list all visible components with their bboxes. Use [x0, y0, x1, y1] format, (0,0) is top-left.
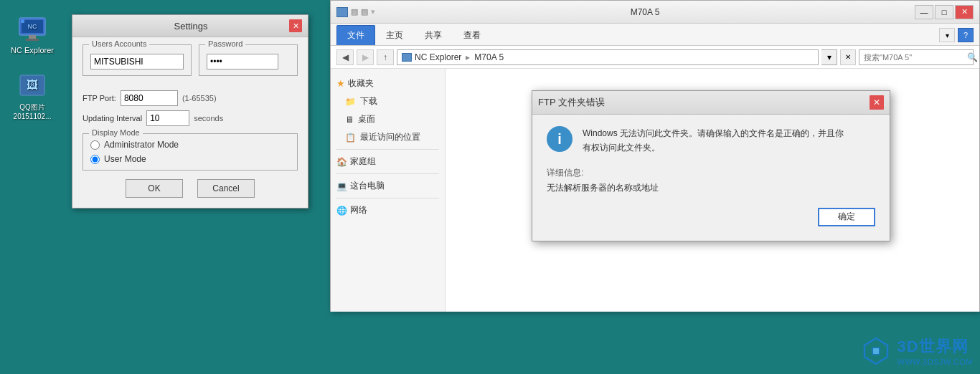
- quick-access-2[interactable]: ▤: [361, 7, 368, 16]
- settings-title: Settings: [93, 21, 289, 32]
- search-box[interactable]: 🔍: [859, 49, 974, 65]
- sidebar-item-desktop[interactable]: 🖥 桌面: [331, 110, 445, 128]
- sidebar-divider-1: [336, 149, 439, 150]
- maximize-button[interactable]: □: [935, 5, 953, 19]
- ftp-message-text: Windows 无法访问此文件夹。请确保输入的文件名是正确的，并且你 有权访问此…: [583, 126, 844, 155]
- ftp-error-buttons: 确定: [547, 208, 875, 226]
- network-label: 网络: [350, 204, 367, 216]
- this-pc-section[interactable]: 💻 这台电脑: [331, 177, 445, 195]
- help-button[interactable]: ?: [958, 28, 974, 42]
- minimize-button[interactable]: —: [915, 5, 933, 19]
- address-bar: ◀ ▶ ↑ NC Explorer ▸ M70A 5 ▾ ✕ 🔍: [331, 46, 979, 69]
- ok-button[interactable]: OK: [126, 179, 183, 198]
- up-button[interactable]: ↑: [377, 49, 394, 65]
- info-icon: i: [547, 126, 573, 152]
- tab-home[interactable]: 主页: [375, 25, 414, 45]
- ftp-ok-button[interactable]: 确定: [818, 208, 875, 226]
- current-folder-path: M70A 5: [474, 52, 504, 62]
- desktop-icon-qq[interactable]: 🖼 QQ图片 20151102...: [7, 72, 57, 121]
- sidebar-item-recent[interactable]: 📋 最近访问的位置: [331, 128, 445, 146]
- display-mode-legend: Display Mode: [89, 128, 143, 137]
- cancel-button[interactable]: Cancel: [197, 179, 255, 198]
- sidebar-item-downloads[interactable]: 📁 下载: [331, 92, 445, 110]
- username-input[interactable]: [90, 54, 184, 69]
- homegroup-section[interactable]: 🏠 家庭组: [331, 153, 445, 171]
- recent-icon: 📋: [345, 133, 356, 143]
- watermark-url: WWW.3DSJW.COM: [897, 358, 974, 366]
- ftp-message-line1: Windows 无法访问此文件夹。请确保输入的文件名是正确的，并且你: [583, 128, 844, 138]
- updating-interval-row: Updating Interval seconds: [83, 110, 298, 126]
- ribbon-tabs: 文件 主页 共享 查看 ▾ ?: [331, 24, 979, 45]
- address-dropdown-button[interactable]: ▾: [821, 49, 837, 65]
- back-button[interactable]: ◀: [336, 49, 354, 65]
- settings-buttons: OK Cancel: [83, 179, 298, 198]
- svg-text:🖼: 🖼: [27, 79, 38, 91]
- this-pc-label: 这台电脑: [350, 180, 385, 192]
- tab-file[interactable]: 文件: [336, 25, 375, 45]
- address-path-bar[interactable]: NC Explorer ▸ M70A 5: [397, 49, 819, 65]
- display-mode-group: Display Mode Administrator Mode User Mod…: [83, 133, 298, 171]
- ftp-detail: 详细信息: 无法解析服务器的名称或地址: [547, 166, 875, 196]
- titlebar-controls: — □ ✕: [915, 5, 974, 19]
- ftp-message-row: i Windows 无法访问此文件夹。请确保输入的文件名是正确的，并且你 有权访…: [547, 126, 875, 155]
- path-separator-1: ▸: [466, 52, 470, 62]
- ribbon: 文件 主页 共享 查看 ▾ ?: [331, 24, 979, 46]
- address-icon: [402, 53, 412, 62]
- admin-mode-radio[interactable]: [90, 140, 100, 150]
- ribbon-collapse-button[interactable]: ▾: [939, 28, 955, 42]
- explorer-titlebar: ▤ ▤ ▾ M70A 5 — □ ✕: [331, 1, 979, 24]
- settings-window: Settings ✕ Users Accounts Password FTP P…: [72, 14, 308, 208]
- explorer-close-button[interactable]: ✕: [955, 5, 974, 19]
- user-mode-label[interactable]: User Mode: [104, 154, 146, 164]
- svg-text:NC: NC: [28, 23, 37, 30]
- ftp-port-label: FTP Port:: [83, 94, 116, 102]
- tab-share[interactable]: 共享: [414, 25, 453, 45]
- ftp-message-line2: 有权访问此文件夹。: [583, 143, 660, 153]
- ftp-port-input[interactable]: [121, 90, 178, 106]
- star-icon: ★: [336, 78, 345, 89]
- svg-rect-10: [873, 348, 879, 354]
- updating-interval-input[interactable]: [146, 110, 189, 126]
- watermark-text: 3D世界网 WWW.3DSJW.COM: [897, 336, 974, 366]
- settings-close-button[interactable]: ✕: [289, 19, 302, 32]
- svg-rect-2: [21, 19, 24, 23]
- ftp-error-close-button[interactable]: ✕: [870, 95, 884, 110]
- admin-mode-label[interactable]: Administrator Mode: [104, 140, 179, 150]
- favorites-label: 收藏夹: [348, 77, 374, 90]
- qq-label: QQ图片 20151102...: [14, 102, 52, 121]
- downloads-label: 下载: [360, 95, 377, 107]
- network-section[interactable]: 🌐 网络: [331, 201, 445, 219]
- nc-explorer-label: NC Explorer: [11, 45, 54, 55]
- svg-rect-4: [29, 35, 36, 39]
- explorer-app-icon: [336, 7, 348, 17]
- password-input[interactable]: [207, 54, 278, 69]
- search-input[interactable]: [859, 53, 967, 62]
- address-clear-button[interactable]: ✕: [840, 49, 856, 65]
- user-mode-radio[interactable]: [90, 155, 100, 164]
- homegroup-icon: 🏠: [336, 157, 347, 167]
- sidebar-divider-3: [336, 198, 439, 198]
- admin-mode-row: Administrator Mode: [90, 140, 290, 150]
- desktop-icon-nc-explorer[interactable]: NC NC Explorer: [7, 14, 57, 55]
- explorer-sidebar: ★ 收藏夹 📁 下载 🖥 桌面 📋 最近访问的位置 🏠 家庭组: [331, 69, 446, 312]
- desktop-label: 桌面: [358, 113, 375, 125]
- tab-view[interactable]: 查看: [453, 25, 491, 45]
- quick-access-1[interactable]: ▤: [351, 7, 358, 16]
- ftp-detail-header: 详细信息:: [547, 168, 583, 178]
- settings-titlebar: Settings ✕: [72, 15, 308, 37]
- explorer-window: ▤ ▤ ▾ M70A 5 — □ ✕ 文件 主页 共享 查看 ▾ ? ◀ ▶ ↑: [330, 0, 980, 312]
- this-pc-icon: 💻: [336, 181, 347, 191]
- downloads-icon: 📁: [345, 97, 356, 107]
- ftp-error-dialog: FTP 文件夹错误 ✕ i Windows 无法访问此文件夹。请确保输入的文件名…: [532, 90, 890, 241]
- qq-icon: 🖼: [19, 75, 45, 97]
- ftp-error-body: i Windows 无法访问此文件夹。请确保输入的文件名是正确的，并且你 有权访…: [532, 115, 890, 241]
- nc-explorer-icon: NC: [19, 16, 46, 41]
- nc-explorer-path: NC Explorer: [415, 52, 461, 62]
- favorites-section[interactable]: ★ 收藏夹: [331, 75, 445, 92]
- network-icon: 🌐: [336, 206, 347, 216]
- password-legend: Password: [205, 39, 245, 48]
- forward-button[interactable]: ▶: [357, 49, 374, 65]
- search-icon[interactable]: 🔍: [967, 50, 978, 64]
- explorer-window-title: M70A 5: [375, 7, 915, 17]
- explorer-main-content: FTP 文件夹错误 ✕ i Windows 无法访问此文件夹。请确保输入的文件名…: [446, 69, 979, 312]
